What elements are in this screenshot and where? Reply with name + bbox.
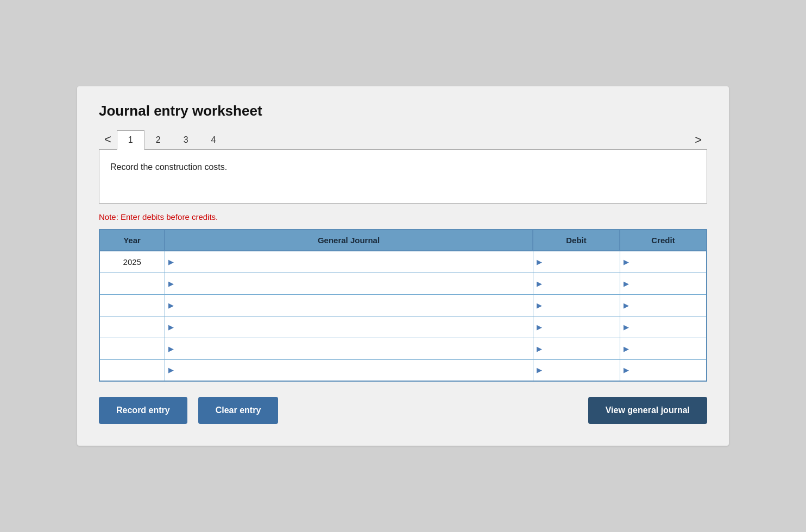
debit-cell-0: ▶ — [533, 251, 620, 273]
debit-input-5[interactable] — [544, 360, 620, 381]
debit-cell-5: ▶ — [533, 359, 620, 381]
tab-1[interactable]: 1 — [117, 130, 144, 150]
next-arrow[interactable]: > — [689, 131, 707, 149]
journal-arrow-icon-3: ▶ — [165, 323, 176, 331]
debit-arrow-icon-0: ▶ — [533, 258, 544, 266]
credit-cell-5: ▶ — [620, 359, 707, 381]
tabs-navigation: < 1 2 3 4 > — [99, 130, 707, 150]
tab-2[interactable]: 2 — [144, 130, 172, 150]
main-card: Journal entry worksheet < 1 2 3 4 > Reco… — [77, 86, 729, 446]
journal-input-2[interactable] — [176, 295, 533, 316]
year-cell-2 — [99, 294, 165, 316]
table-row: 2025▶▶▶ — [99, 251, 707, 273]
journal-arrow-icon-1: ▶ — [165, 280, 176, 288]
debit-input-3[interactable] — [544, 316, 620, 338]
debit-input-2[interactable] — [544, 295, 620, 316]
year-cell-4 — [99, 338, 165, 359]
journal-cell-5: ▶ — [165, 359, 533, 381]
journal-arrow-icon-4: ▶ — [165, 345, 176, 353]
credit-input-0[interactable] — [631, 251, 707, 273]
credit-input-1[interactable] — [631, 273, 707, 294]
debit-cell-3: ▶ — [533, 316, 620, 338]
credit-arrow-icon-0: ▶ — [620, 258, 631, 266]
journal-input-1[interactable] — [176, 273, 533, 294]
credit-input-2[interactable] — [631, 295, 707, 316]
table-row: ▶▶▶ — [99, 359, 707, 381]
credit-cell-0: ▶ — [620, 251, 707, 273]
credit-cell-1: ▶ — [620, 273, 707, 294]
debit-arrow-icon-1: ▶ — [533, 280, 544, 288]
debit-input-4[interactable] — [544, 338, 620, 359]
header-credit: Credit — [620, 230, 707, 251]
prev-arrow[interactable]: < — [99, 130, 117, 150]
header-year: Year — [99, 230, 165, 251]
debit-cell-4: ▶ — [533, 338, 620, 359]
journal-arrow-icon-5: ▶ — [165, 366, 176, 374]
journal-cell-1: ▶ — [165, 273, 533, 294]
table-row: ▶▶▶ — [99, 294, 707, 316]
buttons-row: Record entry Clear entry View general jo… — [99, 397, 707, 424]
debit-input-1[interactable] — [544, 273, 620, 294]
record-entry-button[interactable]: Record entry — [99, 397, 187, 424]
debit-cell-2: ▶ — [533, 294, 620, 316]
page-title: Journal entry worksheet — [99, 103, 707, 119]
journal-cell-4: ▶ — [165, 338, 533, 359]
year-cell-3 — [99, 316, 165, 338]
clear-entry-button[interactable]: Clear entry — [198, 397, 279, 424]
journal-arrow-icon-0: ▶ — [165, 258, 176, 266]
journal-table: Year General Journal Debit Credit 2025▶▶… — [99, 229, 707, 382]
debit-cell-1: ▶ — [533, 273, 620, 294]
credit-cell-3: ▶ — [620, 316, 707, 338]
header-general-journal: General Journal — [165, 230, 533, 251]
year-cell-0: 2025 — [99, 251, 165, 273]
journal-input-0[interactable] — [176, 251, 533, 273]
credit-input-3[interactable] — [631, 316, 707, 338]
debit-input-0[interactable] — [544, 251, 620, 273]
view-general-journal-button[interactable]: View general journal — [588, 397, 707, 424]
credit-cell-2: ▶ — [620, 294, 707, 316]
note-text: Note: Enter debits before credits. — [99, 212, 707, 221]
tab-3[interactable]: 3 — [172, 130, 200, 150]
credit-input-5[interactable] — [631, 360, 707, 381]
tab-4[interactable]: 4 — [200, 130, 228, 150]
table-row: ▶▶▶ — [99, 338, 707, 359]
credit-arrow-icon-5: ▶ — [620, 366, 631, 374]
header-debit: Debit — [533, 230, 620, 251]
credit-arrow-icon-3: ▶ — [620, 323, 631, 331]
table-row: ▶▶▶ — [99, 273, 707, 294]
debit-arrow-icon-4: ▶ — [533, 345, 544, 353]
journal-input-5[interactable] — [176, 360, 533, 381]
credit-input-4[interactable] — [631, 338, 707, 359]
year-cell-5 — [99, 359, 165, 381]
table-row: ▶▶▶ — [99, 316, 707, 338]
right-arrow-wrap: > — [227, 130, 707, 150]
year-cell-1 — [99, 273, 165, 294]
credit-arrow-icon-2: ▶ — [620, 301, 631, 309]
journal-cell-2: ▶ — [165, 294, 533, 316]
credit-cell-4: ▶ — [620, 338, 707, 359]
journal-cell-0: ▶ — [165, 251, 533, 273]
debit-arrow-icon-2: ▶ — [533, 301, 544, 309]
journal-input-3[interactable] — [176, 316, 533, 338]
instruction-text: Record the construction costs. — [110, 162, 227, 172]
journal-arrow-icon-2: ▶ — [165, 301, 176, 309]
credit-arrow-icon-1: ▶ — [620, 280, 631, 288]
instruction-box: Record the construction costs. — [99, 149, 707, 204]
credit-arrow-icon-4: ▶ — [620, 345, 631, 353]
debit-arrow-icon-5: ▶ — [533, 366, 544, 374]
journal-cell-3: ▶ — [165, 316, 533, 338]
journal-input-4[interactable] — [176, 338, 533, 359]
debit-arrow-icon-3: ▶ — [533, 323, 544, 331]
